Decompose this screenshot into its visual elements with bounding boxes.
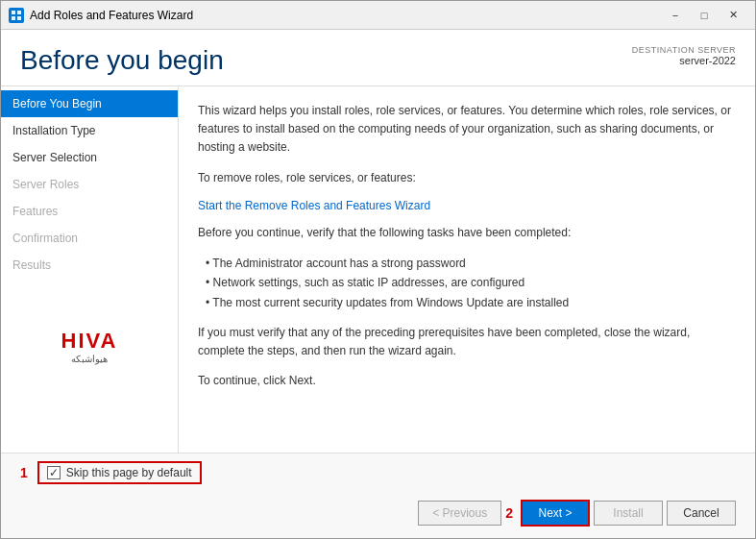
verify-label: Before you continue, verify that the fol… xyxy=(198,224,736,242)
sidebar: Before You Begin Installation Type Serve… xyxy=(1,86,179,453)
skip-label: Skip this page by default xyxy=(66,466,192,479)
sidebar-item-installation-type[interactable]: Installation Type xyxy=(1,117,178,144)
remove-link[interactable]: Start the Remove Roles and Features Wiza… xyxy=(198,199,430,212)
destination-label: DESTINATION SERVER xyxy=(632,45,736,55)
close-button[interactable]: ✕ xyxy=(719,6,747,25)
app-icon xyxy=(9,8,24,23)
skip-number: 1 xyxy=(20,465,28,480)
hiva-logo: HIVA هیواشبکه xyxy=(61,329,118,364)
sidebar-item-confirmation: Confirmation xyxy=(1,225,178,252)
prerequisites-list: The Administrator account has a strong p… xyxy=(206,254,736,312)
bullet-item-3: The most current security updates from W… xyxy=(206,293,736,312)
hiva-logo-text: HIVA xyxy=(61,329,118,354)
previous-button[interactable]: < Previous xyxy=(418,501,501,526)
wizard-title: Before you begin xyxy=(20,45,224,76)
sidebar-item-results: Results xyxy=(1,252,178,279)
svg-rect-1 xyxy=(17,11,21,14)
checkmark-icon: ✓ xyxy=(49,467,59,478)
window-controls: − □ ✕ xyxy=(661,6,747,25)
sidebar-logo: HIVA هیواشبکه xyxy=(1,317,178,376)
next-button[interactable]: Next > xyxy=(521,500,590,527)
skip-checkbox[interactable]: ✓ xyxy=(47,466,61,479)
main-content: Before You Begin Installation Type Serve… xyxy=(1,86,755,453)
svg-rect-0 xyxy=(12,11,15,14)
bullet-item-2: Network settings, such as static IP addr… xyxy=(206,273,736,292)
maximize-button[interactable]: □ xyxy=(690,6,719,25)
destination-info: DESTINATION SERVER server-2022 xyxy=(632,45,736,66)
bullet-item-1: The Administrator account has a strong p… xyxy=(206,254,736,273)
sidebar-item-features: Features xyxy=(1,198,178,225)
next-number: 2 xyxy=(505,505,513,521)
svg-rect-2 xyxy=(12,16,15,20)
sidebar-item-server-roles: Server Roles xyxy=(1,171,178,198)
continue-label: To continue, click Next. xyxy=(198,372,736,390)
wizard-header: Before you begin DESTINATION SERVER serv… xyxy=(1,30,755,86)
skip-checkbox-wrap: ✓ Skip this page by default xyxy=(37,461,202,484)
title-bar: Add Roles and Features Wizard − □ ✕ xyxy=(1,1,755,30)
skip-row: 1 ✓ Skip this page by default xyxy=(1,453,755,492)
intro-paragraph: This wizard helps you install roles, rol… xyxy=(198,102,736,158)
minimize-button[interactable]: − xyxy=(661,6,690,25)
sidebar-item-before-you-begin[interactable]: Before You Begin xyxy=(1,90,178,117)
install-button[interactable]: Install xyxy=(594,501,663,526)
verify-paragraph: If you must verify that any of the prece… xyxy=(198,324,736,360)
footer-area: 1 ✓ Skip this page by default < Previous… xyxy=(1,453,755,538)
hiva-logo-subtitle: هیواشبکه xyxy=(71,354,108,364)
remove-label: To remove roles, role services, or featu… xyxy=(198,169,736,187)
wizard-window: Add Roles and Features Wizard − □ ✕ Befo… xyxy=(0,0,756,539)
sidebar-item-server-selection[interactable]: Server Selection xyxy=(1,144,178,171)
content-area: This wizard helps you install roles, rol… xyxy=(179,86,755,453)
button-row: < Previous 2 Next > Install Cancel xyxy=(1,492,755,538)
cancel-button[interactable]: Cancel xyxy=(667,501,736,526)
title-bar-text: Add Roles and Features Wizard xyxy=(30,9,661,22)
svg-rect-3 xyxy=(17,16,21,20)
server-name: server-2022 xyxy=(632,55,736,66)
